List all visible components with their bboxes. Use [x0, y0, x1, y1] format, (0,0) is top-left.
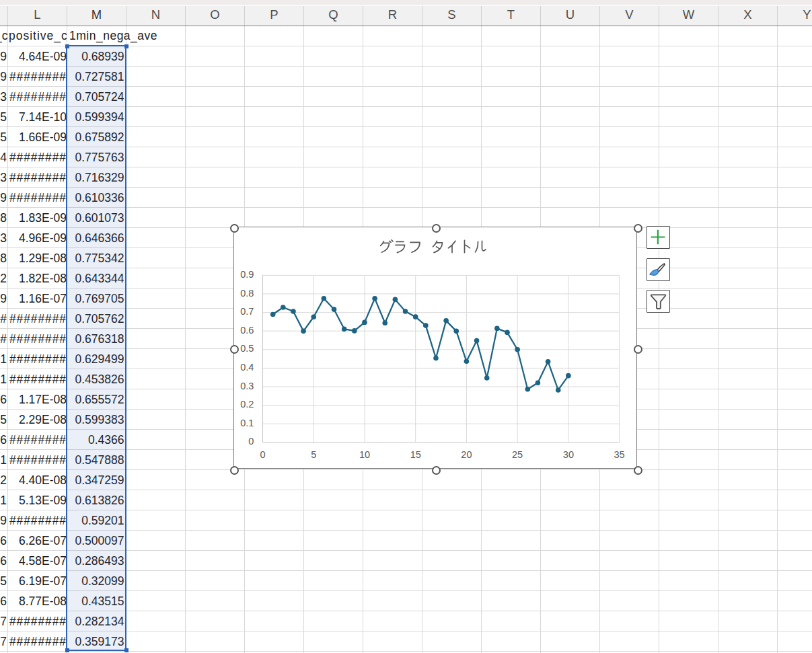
svg-text:10: 10	[359, 449, 370, 460]
svg-text:0.5: 0.5	[240, 343, 254, 354]
svg-text:15: 15	[410, 449, 421, 460]
svg-text:0.2: 0.2	[240, 399, 254, 410]
svg-text:0.4: 0.4	[240, 362, 254, 373]
svg-text:0.9: 0.9	[240, 269, 254, 280]
svg-text:20: 20	[461, 449, 472, 460]
svg-text:0.6: 0.6	[240, 325, 254, 336]
svg-text:30: 30	[563, 449, 574, 460]
svg-text:0.7: 0.7	[240, 306, 254, 317]
svg-text:5: 5	[311, 449, 316, 460]
svg-text:0.3: 0.3	[240, 381, 254, 391]
svg-text:0: 0	[248, 436, 254, 447]
svg-text:35: 35	[614, 449, 625, 460]
svg-text:0.1: 0.1	[240, 418, 254, 428]
svg-text:0: 0	[260, 449, 265, 460]
svg-text:0.8: 0.8	[240, 288, 254, 299]
svg-text:25: 25	[512, 449, 523, 460]
